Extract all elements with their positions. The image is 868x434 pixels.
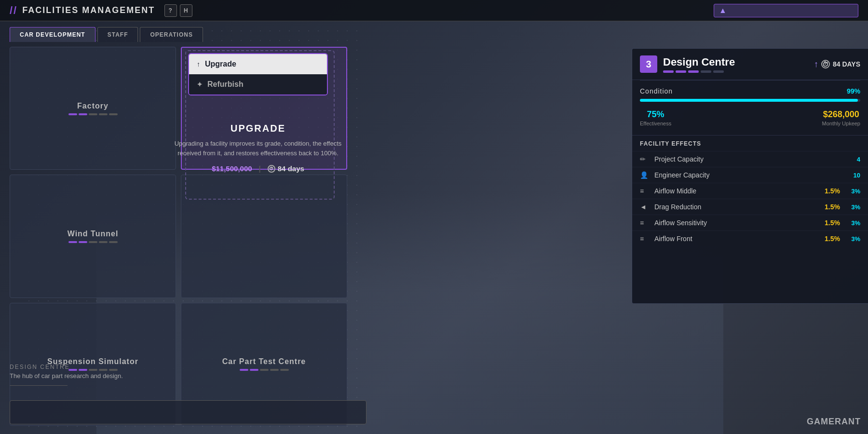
airflow-front-upgrade: 3% bbox=[846, 235, 860, 243]
upgrade-option-refurbish[interactable]: ✦ Refurbish bbox=[189, 74, 327, 95]
panel-level-dots bbox=[663, 70, 814, 73]
airflow-sensitivity-value: 1.5% bbox=[825, 219, 840, 227]
panel-header: 3 Design Centre ↑ ⏱ 84 DAYS bbox=[632, 49, 868, 80]
hotkey-button[interactable]: H bbox=[180, 4, 192, 17]
clock-icon: ⏱ bbox=[268, 165, 275, 173]
panel-title-area: Design Centre bbox=[663, 56, 814, 73]
refurbish-icon: ✦ bbox=[197, 81, 203, 88]
upgrade-title: UPGRADE bbox=[164, 123, 352, 134]
title-text: FACILITIES MANAGEMENT bbox=[22, 5, 155, 15]
airflow-sensitivity-name: Airflow Sensitivity bbox=[654, 219, 825, 227]
upgrade-option-label: Upgrade bbox=[205, 60, 236, 68]
refurbish-option-label: Refurbish bbox=[207, 80, 244, 89]
effect-row-airflow-sensitivity: ≡ Airflow Sensitivity 1.5% 3% bbox=[632, 215, 868, 231]
bottom-action-button[interactable] bbox=[10, 400, 366, 424]
app-title: // FACILITIES MANAGEMENT ? H bbox=[10, 4, 192, 17]
bottom-facility-title: DESIGN CENTRE bbox=[10, 364, 123, 370]
upgrade-option-upgrade[interactable]: ↑ Upgrade bbox=[189, 54, 327, 74]
airflow-middle-value: 1.5% bbox=[825, 187, 840, 195]
panel-facility-name: Design Centre bbox=[663, 56, 814, 68]
facility-card-empty-1[interactable] bbox=[181, 175, 347, 298]
drag-reduction-icon: ◄ bbox=[640, 203, 650, 211]
drag-reduction-upgrade: 3% bbox=[846, 203, 860, 211]
condition-label: Condition bbox=[640, 87, 673, 95]
condition-section: Condition 99% 75% Effectiveness $268,000… bbox=[632, 81, 868, 135]
facility-dots-carpart bbox=[240, 369, 289, 371]
effect-row-project-capacity: ✏ Project Capacity 4 bbox=[632, 151, 868, 167]
effect-row-engineer-capacity: 👤 Engineer Capacity 10 bbox=[632, 167, 868, 183]
up-arrow-icon: ↑ bbox=[814, 59, 818, 69]
engineer-capacity-icon: 👤 bbox=[640, 171, 650, 179]
tab-operations[interactable]: OPERATIONS bbox=[140, 27, 203, 42]
effectiveness-value: 75% bbox=[640, 109, 671, 120]
tab-car-development[interactable]: CAR DEVELOPMENT bbox=[10, 27, 95, 42]
airflow-middle-name: Airflow Middle bbox=[654, 187, 825, 195]
facility-name-factory: Factory bbox=[77, 102, 108, 110]
slash-icon: // bbox=[10, 4, 17, 17]
effects-title: FACILITY EFFECTS bbox=[632, 135, 868, 151]
level-dot-5 bbox=[713, 70, 724, 73]
watermark: GAMERANT bbox=[807, 417, 861, 427]
drag-reduction-value: 1.5% bbox=[825, 203, 840, 211]
days-value: 84 DAYS bbox=[833, 60, 860, 68]
header-status-bar: ▲ bbox=[714, 4, 858, 17]
bottom-info: DESIGN CENTRE The hub of car part resear… bbox=[10, 364, 123, 386]
upgrade-duration: ⏱ 84 days bbox=[268, 164, 304, 173]
airflow-middle-upgrade: 3% bbox=[846, 188, 860, 195]
panel-days: ↑ ⏱ 84 DAYS bbox=[814, 59, 860, 69]
upgrade-popup: ↑ Upgrade ✦ Refurbish bbox=[188, 53, 328, 95]
effectiveness-label: Effectiveness bbox=[640, 121, 671, 126]
facility-name-wind-tunnel: Wind Tunnel bbox=[68, 230, 119, 238]
tab-bar: CAR DEVELOPMENT STAFF OPERATIONS bbox=[0, 21, 868, 42]
airflow-front-name: Airflow Front bbox=[654, 235, 825, 243]
airflow-sensitivity-upgrade: 3% bbox=[846, 219, 860, 227]
project-capacity-value: 4 bbox=[846, 156, 860, 163]
upgrade-cost: $11,500,000 bbox=[212, 164, 252, 173]
level-dot-2 bbox=[676, 70, 686, 73]
upgrade-cost-row: $11,500,000 | ⏱ 84 days bbox=[164, 164, 352, 173]
level-badge: 3 bbox=[640, 55, 657, 73]
upgrade-days: 84 days bbox=[278, 164, 304, 173]
facility-card-factory[interactable]: Factory bbox=[10, 47, 176, 170]
upgrade-description: UPGRADE Upgrading a facility improves it… bbox=[164, 123, 352, 173]
bottom-facility-desc: The hub of car part research and design. bbox=[10, 372, 123, 380]
level-dot-3 bbox=[688, 70, 699, 73]
effect-row-drag-reduction: ◄ Drag Reduction 1.5% 3% bbox=[632, 199, 868, 215]
upgrade-icon: ↑ bbox=[197, 60, 200, 68]
facility-name-carpart: Car Part Test Centre bbox=[222, 357, 306, 366]
airflow-sensitivity-icon: ≡ bbox=[640, 219, 650, 227]
facility-dots-wind-tunnel bbox=[68, 241, 118, 243]
condition-row: Condition 99% bbox=[640, 87, 860, 95]
airflow-front-icon: ≡ bbox=[640, 235, 650, 243]
airflow-middle-icon: ≡ bbox=[640, 187, 650, 195]
condition-bar bbox=[640, 99, 860, 102]
upkeep-label: Monthly Upkeep bbox=[822, 121, 861, 126]
condition-value: 99% bbox=[847, 87, 860, 95]
facility-dots-factory bbox=[68, 113, 118, 115]
engineer-capacity-name: Engineer Capacity bbox=[654, 171, 846, 179]
level-dot-4 bbox=[701, 70, 711, 73]
help-button[interactable]: ? bbox=[164, 4, 177, 17]
bottom-divider bbox=[10, 385, 68, 386]
project-capacity-name: Project Capacity bbox=[654, 155, 846, 163]
tab-staff[interactable]: STAFF bbox=[97, 27, 138, 42]
facility-card-wind-tunnel[interactable]: Wind Tunnel bbox=[10, 175, 176, 298]
effect-row-airflow-middle: ≡ Airflow Middle 1.5% 3% bbox=[632, 183, 868, 199]
upkeep-block: $268,000 Monthly Upkeep bbox=[822, 109, 861, 126]
header: // FACILITIES MANAGEMENT ? H ▲ bbox=[0, 0, 868, 21]
engineer-capacity-value: 10 bbox=[846, 172, 860, 179]
header-right: ▲ bbox=[714, 4, 858, 17]
clock-icon-panel: ⏱ bbox=[821, 60, 830, 68]
airflow-front-value: 1.5% bbox=[825, 235, 840, 243]
stats-row: 75% Effectiveness $268,000 Monthly Upkee… bbox=[640, 109, 860, 126]
upgrade-text: Upgrading a facility improves its grade,… bbox=[164, 139, 352, 158]
drag-reduction-name: Drag Reduction bbox=[654, 203, 825, 211]
effectiveness-block: 75% Effectiveness bbox=[640, 109, 671, 126]
right-panel: 3 Design Centre ↑ ⏱ 84 DAYS Co bbox=[632, 48, 868, 304]
upkeep-value: $268,000 bbox=[822, 109, 861, 120]
condition-fill bbox=[640, 99, 858, 102]
project-capacity-icon: ✏ bbox=[640, 155, 650, 163]
effect-row-airflow-front: ≡ Airflow Front 1.5% 3% bbox=[632, 231, 868, 246]
level-dot-1 bbox=[663, 70, 674, 73]
